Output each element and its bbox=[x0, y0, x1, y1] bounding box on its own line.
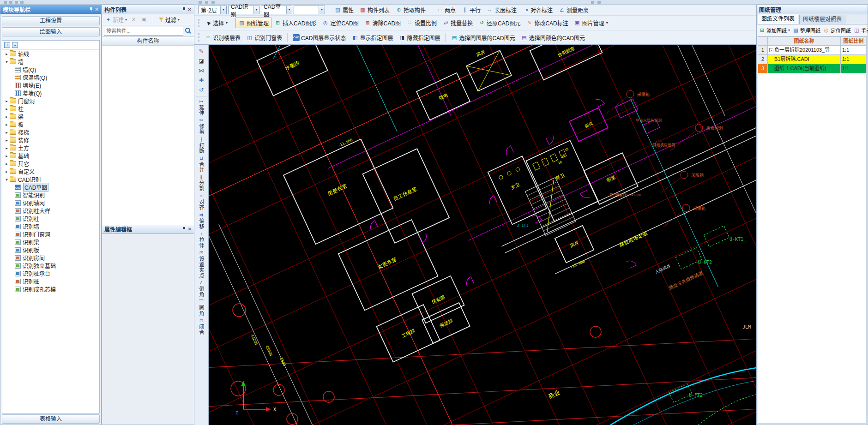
sheet-row-scale[interactable]: 1:1 bbox=[841, 55, 867, 64]
tree-item-other[interactable]: ▸其它 bbox=[2, 160, 99, 168]
new-component-button[interactable]: 新建▾ bbox=[105, 16, 127, 24]
tree-item-recognize-column[interactable]: 识别柱 bbox=[2, 215, 99, 222]
tree-item-smart-recognize[interactable]: 智能识别 bbox=[2, 191, 99, 199]
chamfer-tool[interactable]: ∠倒角 bbox=[198, 280, 205, 298]
batch-replace-button[interactable]: 批量替换 bbox=[440, 18, 476, 28]
sheet-row-scale[interactable]: 1:1 bbox=[841, 46, 867, 55]
split-tool[interactable]: ∦分割 bbox=[198, 174, 205, 192]
tree-item-recognize-slab[interactable]: 识别板 bbox=[2, 246, 99, 254]
tree-item-recognize-pile[interactable]: 识别桩 bbox=[2, 277, 99, 285]
tree-item-recognize-beam[interactable]: 识别梁 bbox=[2, 238, 99, 246]
align-dimension-button[interactable]: 对齐标注 bbox=[519, 5, 555, 15]
parallel-button[interactable]: 平行 bbox=[458, 5, 483, 15]
manual-split-button[interactable]: 手动分割 bbox=[852, 26, 868, 35]
tree-item-beam[interactable]: ▸梁 bbox=[2, 113, 99, 120]
pin-icon[interactable] bbox=[182, 7, 186, 12]
tree-item-insulation-wall[interactable]: 保温墙(Q) bbox=[2, 73, 99, 81]
recognize-floor-table-button[interactable]: 识别楼层表 bbox=[202, 32, 243, 43]
tree-item-door-window[interactable]: ▸门窗洞 bbox=[2, 97, 99, 105]
clear-cad-button[interactable]: 清除CAD图 bbox=[362, 18, 404, 28]
trim-tool[interactable]: ✂修剪 bbox=[198, 117, 205, 135]
project-settings-button[interactable]: 工程设置 bbox=[2, 16, 100, 25]
recognize-door-window-table-button[interactable]: 识别门窗表 bbox=[243, 32, 285, 43]
collapse-icon[interactable]: ▾ bbox=[4, 177, 9, 182]
titlebar-icon[interactable] bbox=[591, 1, 594, 4]
delete-component-button[interactable] bbox=[130, 16, 137, 23]
component-list-button[interactable]: 构件列表 bbox=[356, 5, 392, 15]
component-list[interactable] bbox=[102, 46, 194, 225]
tree-item-cad-sketch[interactable]: CAD草图 bbox=[2, 183, 99, 191]
locate-sheet-button[interactable]: 定位图纸 bbox=[822, 26, 852, 35]
filter-button[interactable]: 过滤▾ bbox=[159, 16, 180, 24]
erase-icon[interactable]: ◪ bbox=[196, 56, 206, 65]
titlebar-icon[interactable] bbox=[211, 1, 215, 4]
show-layer-button[interactable]: 显示指定图层 bbox=[349, 32, 396, 43]
tree-item-recognize-door-window[interactable]: 识别门窗洞 bbox=[2, 230, 99, 238]
cad-drawing-canvas[interactable]: 水暖房 风井 合用前室 强电 新风 男卫 女卫 前室 男更衣室 员工休息室 女更… bbox=[209, 45, 756, 425]
titlebar-icon[interactable] bbox=[9, 1, 12, 4]
offset-tool[interactable]: ⇉偏移 bbox=[198, 212, 205, 230]
titlebar-icon[interactable] bbox=[15, 1, 18, 4]
sheet-row-name[interactable]: B1层拆除.CADI bbox=[768, 55, 841, 64]
tree-item-recognize-pile-cap[interactable]: 识别桩承台 bbox=[2, 269, 99, 277]
expand-icon[interactable]: ▸ bbox=[4, 162, 9, 166]
tree-item-axis[interactable]: ▸轴线 bbox=[2, 50, 99, 58]
select-button[interactable]: 选择▾ bbox=[202, 18, 230, 28]
expand-icon[interactable]: ▸ bbox=[4, 154, 9, 158]
tree-item-recognize-core-mold[interactable]: 识别成孔芯模 bbox=[2, 285, 99, 293]
tree-item-cad-recognition[interactable]: ▾CAD识别 bbox=[2, 175, 99, 183]
tree-item-recognize-wall[interactable]: 识别墙 bbox=[2, 222, 99, 230]
sheet-row-scale[interactable]: 1:1 bbox=[841, 64, 867, 73]
floor-select[interactable]: 第-2层▾ bbox=[198, 6, 227, 14]
stretch-tool[interactable]: ↕拉伸 bbox=[198, 231, 205, 249]
tab-sheet-file-list[interactable]: 图纸文件列表 bbox=[758, 14, 798, 24]
pick-component-button[interactable]: 拾取构件 bbox=[392, 5, 428, 15]
search-input[interactable] bbox=[104, 27, 183, 36]
sheet-row-name[interactable]: -负一层拆除20201103_导 bbox=[768, 46, 841, 55]
tree-item-curtain-wall[interactable]: 幕墙(Q) bbox=[2, 89, 99, 97]
break-tool[interactable]: ∤打断 bbox=[198, 136, 205, 154]
sketch-select[interactable]: CAD草图▾ bbox=[261, 6, 292, 14]
select-same-color-button[interactable]: 选择同颜色的CAD图元 bbox=[518, 32, 588, 43]
tree-item-recognize-room[interactable]: 识别房间 bbox=[2, 254, 99, 262]
add-sheet-button[interactable]: 添加图纸▾ bbox=[758, 26, 791, 35]
hide-layer-button[interactable]: 隐藏指定图层 bbox=[396, 32, 443, 43]
close-icon[interactable]: ✕ bbox=[188, 227, 192, 232]
titlebar-icon[interactable] bbox=[4, 1, 7, 4]
tree-item-wall[interactable]: ▾墙 bbox=[2, 58, 99, 66]
tree-item-custom[interactable]: ▸自定义 bbox=[2, 168, 99, 175]
select-same-layer-button[interactable]: 选择同图层的CAD图元 bbox=[448, 32, 518, 43]
insert-cad-button[interactable]: 插入CAD图形 bbox=[271, 18, 319, 28]
modify-cad-dimension-button[interactable]: 修改CAD标注 bbox=[523, 18, 571, 28]
move-icon[interactable]: ✚ bbox=[196, 76, 206, 84]
expand-icon[interactable]: ▸ bbox=[4, 52, 9, 56]
organize-sheet-button[interactable]: 整理图纸 bbox=[791, 26, 821, 35]
collapse-icon[interactable]: ▾ bbox=[4, 60, 9, 64]
collapse-icon[interactable]: - bbox=[769, 48, 773, 52]
titlebar-icon[interactable] bbox=[20, 1, 24, 4]
brush-icon[interactable]: ✎ bbox=[196, 47, 206, 55]
length-dimension-button[interactable]: 长度标注 bbox=[483, 5, 519, 15]
tree-item-column[interactable]: ▸柱 bbox=[2, 105, 99, 113]
close-icon[interactable]: ✕ bbox=[95, 7, 99, 12]
rotate-icon[interactable]: ↺ bbox=[196, 85, 206, 94]
align-tool[interactable]: ≡对齐 bbox=[198, 193, 205, 211]
expand-icon[interactable]: ▸ bbox=[4, 122, 9, 127]
copy-component-button[interactable] bbox=[140, 16, 147, 23]
close-tool[interactable]: □闭合 bbox=[198, 317, 205, 335]
tree-item-recognize-column-detail[interactable]: 识别柱大样 bbox=[2, 207, 99, 215]
mirror-icon[interactable]: ⋈ bbox=[196, 66, 206, 75]
tab-sheet-floor-map[interactable]: 图纸楼层对照表 bbox=[799, 15, 845, 24]
collapse-all-button[interactable]: - bbox=[12, 42, 18, 48]
titlebar-icon[interactable] bbox=[597, 1, 601, 4]
table-input-button[interactable]: 表格输入 bbox=[2, 414, 100, 424]
tree-item-stairs[interactable]: ▸楼梯 bbox=[2, 128, 99, 136]
tree-item-slab[interactable]: ▸板 bbox=[2, 120, 99, 128]
close-icon[interactable]: ✕ bbox=[188, 7, 192, 12]
expand-icon[interactable]: ▸ bbox=[4, 169, 9, 174]
expand-all-button[interactable]: + bbox=[4, 42, 10, 48]
tree-item-decoration[interactable]: ▸装修 bbox=[2, 136, 99, 144]
sheet-manage-button[interactable]: 图纸管理 bbox=[235, 18, 271, 28]
expand-icon[interactable]: ▸ bbox=[4, 146, 9, 150]
titlebar-icon[interactable] bbox=[199, 1, 202, 4]
